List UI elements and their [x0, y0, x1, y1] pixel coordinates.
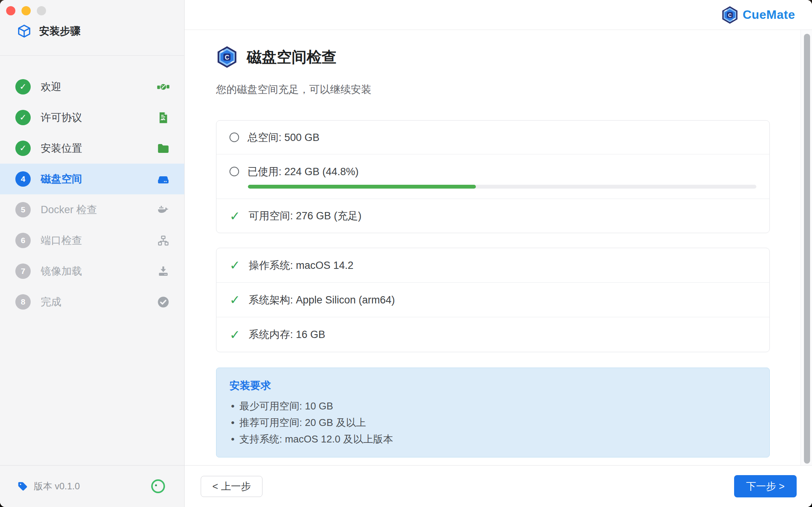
minimize-button[interactable]	[21, 6, 31, 15]
install-requirements-box: 安装要求 最少可用空间: 10 GB 推荐可用空间: 20 GB 及以上 支持系…	[216, 368, 770, 457]
scrollbar-thumb[interactable]	[804, 34, 810, 464]
step-number-badge: 5	[15, 202, 31, 217]
sidebar-title: 安装步骤	[39, 24, 81, 38]
available-space-text: 可用空间: 276 GB (充足)	[249, 209, 361, 223]
close-button[interactable]	[6, 6, 15, 15]
requirement-item: 最少可用空间: 10 GB	[229, 399, 756, 413]
sidebar-item-disk-space[interactable]: 4 磁盘空间	[0, 164, 184, 194]
page-subtitle: 您的磁盘空间充足，可以继续安装	[216, 83, 770, 96]
total-space-text: 总空间: 500 GB	[248, 131, 320, 144]
footer-bar: < 上一步 下一步 >	[185, 465, 812, 507]
step-number-badge: 4	[15, 171, 31, 187]
arch-text: 系统架构: Apple Silicon (arm64)	[249, 293, 395, 307]
step-done-badge	[15, 79, 31, 94]
system-info-card: 操作系统: macOS 14.2 系统架构: Apple Silicon (ar…	[216, 248, 770, 352]
main-panel: CueMate 磁盘空间检查 您的磁盘空间充足，可以继续安装 总空间: 500 …	[185, 0, 812, 507]
check-icon	[229, 210, 240, 222]
folder-icon	[157, 142, 170, 155]
disk-usage-progress-track	[248, 185, 756, 189]
sidebar-item-port-check[interactable]: 6 端口检查	[0, 225, 184, 256]
check-circle-icon	[157, 296, 170, 308]
step-number-badge: 7	[15, 263, 31, 279]
main-scroll-area: 磁盘空间检查 您的磁盘空间充足，可以继续安装 总空间: 500 GB 已使用: …	[185, 30, 800, 465]
requirement-item: 推荐可用空间: 20 GB 及以上	[229, 416, 756, 429]
step-label: 镜像加载	[41, 264, 82, 278]
cuemate-hexagon-icon	[721, 6, 739, 24]
check-icon	[229, 259, 240, 272]
step-done-badge	[15, 141, 31, 156]
step-label: 安装位置	[41, 141, 82, 155]
check-icon	[229, 328, 240, 341]
arch-row: 系统架构: Apple Silicon (arm64)	[216, 283, 769, 317]
os-text: 操作系统: macOS 14.2	[249, 258, 353, 272]
sidebar-footer: 版本 v0.1.0	[0, 465, 184, 507]
install-steps-nav: 欢迎 许可协议 安装位置 4 磁盘空间 5 Docker 检查	[0, 56, 184, 465]
sidebar-item-install-location[interactable]: 安装位置	[0, 133, 184, 164]
step-label: 许可协议	[41, 111, 82, 124]
main-body: 磁盘空间检查 您的磁盘空间充足，可以继续安装 总空间: 500 GB 已使用: …	[185, 30, 812, 465]
window-controls	[6, 6, 184, 15]
scrollbar-track	[800, 30, 812, 465]
cuemate-hexagon-icon	[216, 46, 238, 68]
disk-space-card: 总空间: 500 GB 已使用: 224 GB (44.8%) 可用空	[216, 120, 770, 233]
requirements-list: 最少可用空间: 10 GB 推荐可用空间: 20 GB 及以上 支持系统: ma…	[229, 399, 756, 446]
used-space-row: 已使用: 224 GB (44.8%)	[216, 154, 769, 199]
radio-circle-icon	[229, 167, 239, 176]
network-icon	[157, 234, 170, 247]
docker-icon	[157, 204, 170, 216]
radio-circle-icon	[229, 133, 239, 142]
step-done-badge	[15, 110, 31, 125]
sidebar-item-image-load[interactable]: 7 镜像加载	[0, 256, 184, 287]
sidebar-item-finish[interactable]: 8 完成	[0, 287, 184, 317]
step-label: 欢迎	[41, 80, 61, 94]
step-label: 磁盘空间	[41, 172, 82, 186]
version-label: 版本 v0.1.0	[34, 480, 80, 492]
brand-name: CueMate	[743, 8, 795, 22]
total-space-row: 总空间: 500 GB	[216, 121, 769, 154]
status-spinner	[151, 479, 165, 493]
step-label: 端口检查	[41, 234, 82, 247]
next-step-button[interactable]: 下一步 >	[734, 475, 797, 497]
previous-step-button[interactable]: < 上一步	[201, 476, 262, 497]
main-header: CueMate	[185, 0, 812, 30]
sidebar-item-license[interactable]: 许可协议	[0, 102, 184, 133]
hard-drive-icon	[157, 173, 170, 186]
disk-usage-progress-fill	[248, 185, 476, 189]
step-number-badge: 6	[15, 233, 31, 248]
sidebar-item-docker-check[interactable]: 5 Docker 检查	[0, 194, 184, 225]
sidebar: 安装步骤 欢迎 许可协议 安装位置 4 磁盘空间	[0, 0, 185, 507]
handshake-icon	[157, 81, 170, 93]
available-space-row: 可用空间: 276 GB (充足)	[216, 199, 769, 233]
memory-row: 系统内存: 16 GB	[216, 317, 769, 352]
zoom-button[interactable]	[37, 6, 46, 15]
brand-logo: CueMate	[721, 6, 795, 24]
os-row: 操作系统: macOS 14.2	[216, 248, 769, 283]
package-icon	[17, 24, 31, 38]
tag-icon	[17, 481, 28, 492]
check-icon	[229, 293, 240, 306]
requirement-item: 支持系统: macOS 12.0 及以上版本	[229, 432, 756, 446]
memory-text: 系统内存: 16 GB	[249, 328, 325, 341]
document-icon	[157, 111, 170, 124]
requirements-title: 安装要求	[229, 379, 756, 393]
sidebar-item-welcome[interactable]: 欢迎	[0, 71, 184, 102]
used-space-text: 已使用: 224 GB (44.8%)	[248, 165, 359, 179]
sidebar-header: 安装步骤	[0, 0, 184, 56]
page-title: 磁盘空间检查	[247, 47, 337, 68]
step-number-badge: 8	[15, 294, 31, 310]
download-icon	[157, 265, 170, 278]
installer-window: 安装步骤 欢迎 许可协议 安装位置 4 磁盘空间	[0, 0, 812, 507]
step-label: Docker 检查	[41, 203, 97, 217]
step-label: 完成	[41, 295, 61, 309]
